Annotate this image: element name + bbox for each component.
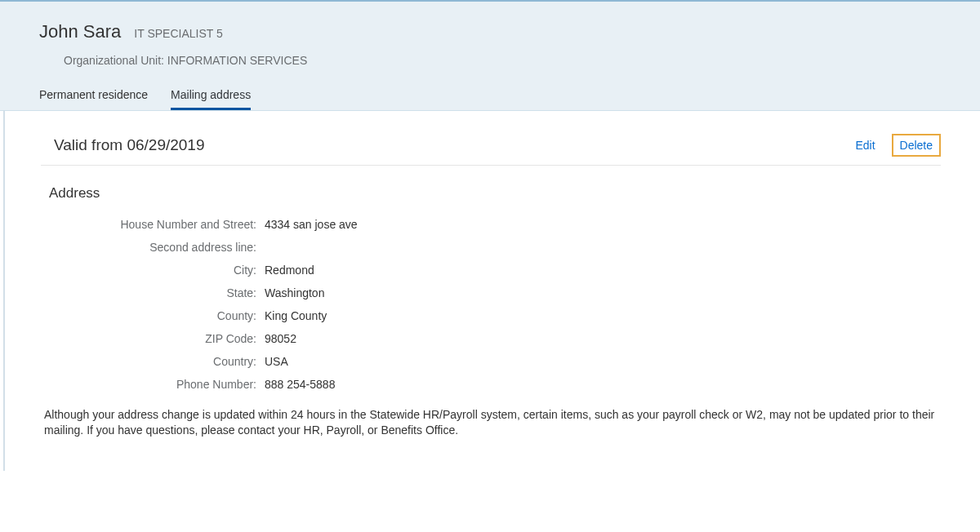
field-label-country: Country: <box>5 355 265 368</box>
content-wrap: Valid from 06/29/2019 Edit Delete Addres… <box>3 111 977 471</box>
field-row-county: County: King County <box>5 304 977 327</box>
field-row-city: City: Redmond <box>5 259 977 282</box>
field-label-phone: Phone Number: <box>5 378 265 391</box>
field-value-country: USA <box>265 355 288 368</box>
valid-from-label: Valid from <box>54 136 122 153</box>
title-actions: Edit Delete <box>850 134 941 157</box>
name-row: John Sara IT SPECIALIST 5 <box>0 21 980 42</box>
title-row: Valid from 06/29/2019 Edit Delete <box>5 111 977 165</box>
field-label-house: House Number and Street: <box>5 218 265 231</box>
delete-button[interactable]: Delete <box>892 134 941 157</box>
tabs: Permanent residence Mailing address <box>0 88 980 110</box>
field-value-county: King County <box>265 309 327 322</box>
field-label-second-line: Second address line: <box>5 241 265 254</box>
valid-from-title: Valid from 06/29/2019 <box>54 136 205 154</box>
org-unit-row: Organizational Unit: INFORMATION SERVICE… <box>0 54 980 67</box>
header-region: John Sara IT SPECIALIST 5 Organizational… <box>0 0 980 111</box>
field-value-state: Washington <box>265 286 324 299</box>
org-unit-label: Organizational Unit: <box>64 54 164 67</box>
field-value-city: Redmond <box>265 264 314 277</box>
field-row-state: State: Washington <box>5 282 977 304</box>
tab-permanent-residence[interactable]: Permanent residence <box>39 88 148 110</box>
section-title-address: Address <box>5 166 977 213</box>
footer-note: Although your address change is updated … <box>5 396 977 438</box>
field-row-country: Country: USA <box>5 350 977 373</box>
field-value-phone: 888 254-5888 <box>265 378 335 391</box>
field-value-house: 4334 san jose ave <box>265 218 358 231</box>
tab-mailing-address[interactable]: Mailing address <box>171 88 251 110</box>
field-label-state: State: <box>5 286 265 299</box>
field-label-city: City: <box>5 264 265 277</box>
field-label-county: County: <box>5 309 265 322</box>
field-row-zip: ZIP Code: 98052 <box>5 327 977 350</box>
field-row-phone: Phone Number: 888 254-5888 <box>5 373 977 396</box>
edit-button[interactable]: Edit <box>850 135 880 155</box>
address-fields: House Number and Street: 4334 san jose a… <box>5 213 977 396</box>
valid-from-date: 06/29/2019 <box>127 136 204 153</box>
org-unit-value: INFORMATION SERVICES <box>167 54 307 67</box>
job-title: IT SPECIALIST 5 <box>134 27 222 40</box>
field-value-zip: 98052 <box>265 332 296 345</box>
field-row-second-line: Second address line: <box>5 236 977 259</box>
person-name: John Sara <box>39 21 121 42</box>
field-label-zip: ZIP Code: <box>5 332 265 345</box>
field-row-house: House Number and Street: 4334 san jose a… <box>5 213 977 236</box>
